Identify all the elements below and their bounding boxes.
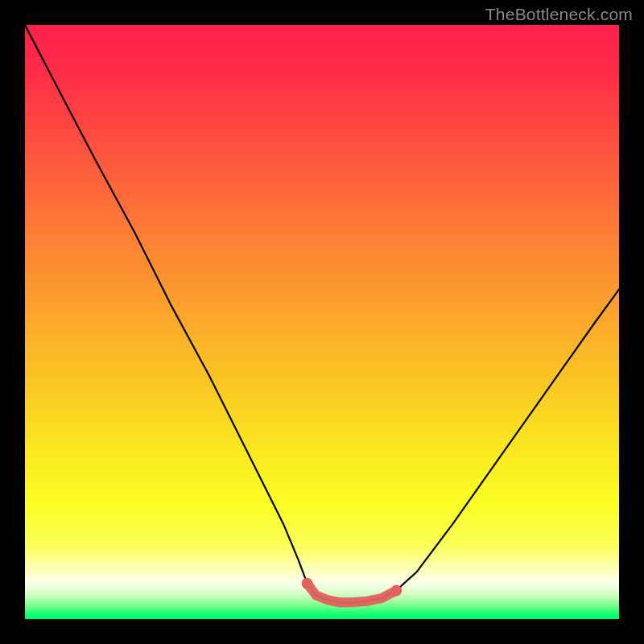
highlight-cap-left xyxy=(302,578,313,589)
highlight-band xyxy=(308,584,397,603)
chart-stage: TheBottleneck.com xyxy=(0,0,644,644)
highlight-cap-right xyxy=(390,585,402,597)
watermark-text: TheBottleneck.com xyxy=(485,5,633,24)
curve-overlay xyxy=(25,25,619,619)
bottleneck-curve xyxy=(25,25,619,602)
plot-area xyxy=(25,25,619,619)
